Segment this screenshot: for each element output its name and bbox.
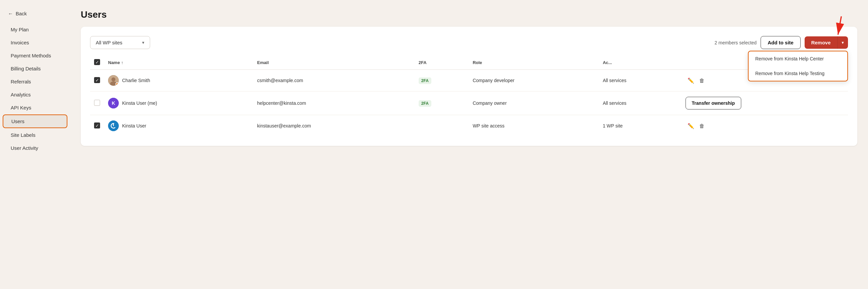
row3-avatar-img: [108, 120, 119, 131]
remove-dropdown-menu: Remove from Kinsta Help Center Remove fr…: [748, 51, 848, 81]
select-all-checkbox[interactable]: [94, 59, 100, 65]
row3-access: 1 WP site: [599, 115, 682, 137]
sidebar-item-user-activity[interactable]: User Activity: [3, 142, 67, 154]
remove-dropdown-arrow-icon: ▾: [842, 40, 844, 45]
sidebar-item-label: Billing Details: [11, 66, 41, 71]
add-to-site-button[interactable]: Add to site: [761, 36, 801, 49]
row1-avatar: [108, 75, 119, 86]
sidebar-item-label: Site Labels: [11, 132, 35, 138]
delete-icon: 🗑: [699, 123, 705, 129]
remove-from-kinsta-help-center-item[interactable]: Remove from Kinsta Help Center: [749, 51, 847, 66]
content-card: All WP sites ▾ 2 members selected Add to…: [81, 27, 857, 146]
col-role-header: Role: [469, 56, 599, 70]
row1-access: All services: [599, 70, 682, 91]
row1-name-cell: Charlie Smith: [108, 75, 249, 86]
col-email-header: Email: [253, 56, 415, 70]
row3-email: kinstauser@example.com: [253, 115, 415, 137]
sidebar-item-billing-details[interactable]: Billing Details: [3, 62, 67, 75]
row2-avatar: K: [108, 98, 119, 109]
sidebar-item-label: Users: [11, 118, 24, 124]
svg-point-3: [112, 78, 116, 81]
remove-from-kinsta-help-testing-item[interactable]: Remove from Kinsta Help Testing: [749, 66, 847, 81]
sidebar-item-invoices[interactable]: Invoices: [3, 36, 67, 49]
main-content: Users All WP sites ▾ 2 members selected …: [70, 0, 868, 289]
edit-icon: ✏️: [687, 123, 694, 129]
sidebar-item-label: My Plan: [11, 27, 29, 32]
row2-avatar-img: K: [108, 98, 119, 109]
chevron-down-icon: ▾: [142, 40, 145, 45]
back-button[interactable]: ← Back: [0, 8, 70, 23]
remove-dropdown-toggle[interactable]: ▾: [837, 36, 848, 49]
sidebar-item-my-plan[interactable]: My Plan: [3, 23, 67, 36]
row1-role: Company developer: [469, 70, 599, 91]
sidebar-item-label: Invoices: [11, 40, 29, 46]
transfer-ownership-button[interactable]: Transfer ownership: [685, 97, 741, 110]
delete-icon: 🗑: [699, 78, 705, 83]
row1-delete-button[interactable]: 🗑: [697, 77, 707, 85]
col-twofa-header: 2FA: [415, 56, 469, 70]
sidebar-item-api-keys[interactable]: API Keys: [3, 102, 67, 114]
sidebar-item-payment-methods[interactable]: Payment Methods: [3, 49, 67, 62]
row1-2fa-badge: 2FA: [418, 78, 431, 84]
sidebar-item-users[interactable]: Users: [3, 114, 67, 128]
row3-checkbox[interactable]: [94, 122, 100, 128]
table-row: K Kinsta User (me) helpcenter@kinsta.com…: [90, 91, 848, 115]
edit-icon: ✏️: [687, 78, 694, 83]
toolbar: All WP sites ▾ 2 members selected Add to…: [90, 36, 848, 49]
sidebar-item-analytics[interactable]: Analytics: [3, 88, 67, 101]
row3-avatar: [108, 120, 119, 131]
row2-checkbox[interactable]: [94, 100, 100, 106]
sidebar-item-label: User Activity: [11, 145, 38, 151]
row2-email: helpcenter@kinsta.com: [253, 91, 415, 115]
row3-edit-button[interactable]: ✏️: [685, 121, 696, 131]
sidebar-item-referrals[interactable]: Referrals: [3, 76, 67, 88]
row2-2fa-badge: 2FA: [418, 100, 431, 107]
row3-role: WP site access: [469, 115, 599, 137]
back-arrow-icon: ←: [8, 11, 13, 16]
remove-button[interactable]: Remove: [805, 36, 837, 49]
table-row: Kinsta User kinstauser@example.com WP si…: [90, 115, 848, 137]
sidebar-item-label: API Keys: [11, 105, 31, 111]
dropdown-label: All WP sites: [96, 40, 122, 46]
row3-2fa: [415, 115, 469, 137]
page-title: Users: [81, 9, 857, 20]
sidebar-item-label: Analytics: [11, 92, 31, 97]
row3-delete-button[interactable]: 🗑: [697, 122, 707, 131]
remove-button-group: Remove ▾ Remove from Kinsta Help Center …: [805, 36, 848, 49]
row2-name-cell: K Kinsta User (me): [108, 98, 249, 109]
row1-edit-button[interactable]: ✏️: [685, 76, 696, 85]
row1-name: Charlie Smith: [122, 78, 150, 83]
row3-name: Kinsta User: [122, 123, 146, 128]
table-row: Charlie Smith csmith@example.com 2FA Com…: [90, 70, 848, 91]
sidebar-item-label: Payment Methods: [11, 53, 51, 58]
toolbar-left: All WP sites ▾: [90, 36, 150, 49]
row2-name: Kinsta User (me): [122, 100, 157, 106]
col-name-header: Name ↑: [104, 56, 253, 70]
row2-role: Company owner: [469, 91, 599, 115]
sidebar-item-label: Referrals: [11, 79, 31, 84]
sidebar-item-site-labels[interactable]: Site Labels: [3, 129, 67, 141]
row3-name-cell: Kinsta User: [108, 120, 249, 131]
notification-dot: [116, 82, 119, 86]
toolbar-right: 2 members selected Add to site Remove: [715, 36, 848, 49]
back-label: Back: [16, 11, 27, 16]
users-table: Name ↑ Email 2FA Role Ac...: [90, 56, 848, 137]
row1-email: csmith@example.com: [253, 70, 415, 91]
svg-text:K: K: [112, 100, 115, 106]
sites-filter-dropdown[interactable]: All WP sites ▾: [90, 36, 150, 49]
row2-access: All services: [599, 91, 682, 115]
sidebar: ← Back My Plan Invoices Payment Methods …: [0, 0, 70, 289]
col-access-header: Ac...: [599, 56, 682, 70]
row1-checkbox[interactable]: [94, 77, 100, 83]
members-selected-text: 2 members selected: [715, 40, 756, 46]
